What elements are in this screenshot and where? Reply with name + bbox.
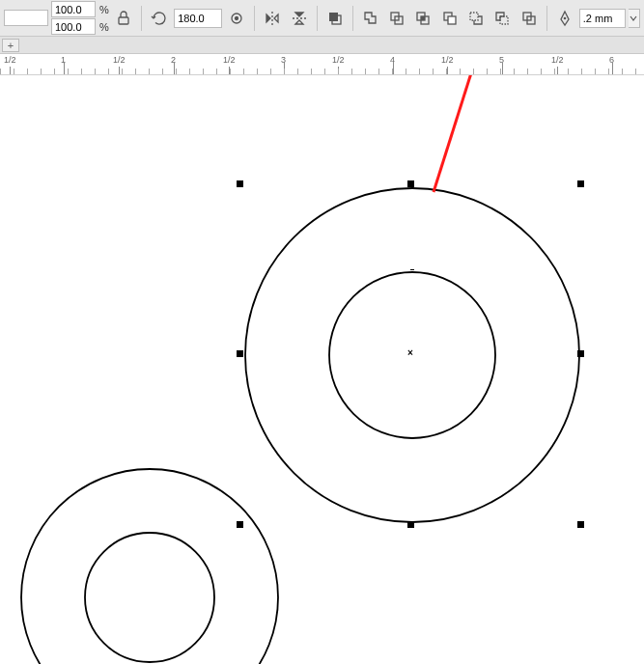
outline-pen-button[interactable] <box>553 5 576 32</box>
front-minus-back-button[interactable] <box>464 5 488 32</box>
selection-handle[interactable] <box>237 521 243 528</box>
selection-handle[interactable] <box>577 350 584 357</box>
selection-handle[interactable] <box>577 521 584 528</box>
intersect-button[interactable] <box>411 5 434 32</box>
mirror-h-icon <box>264 10 281 27</box>
svg-rect-11 <box>448 16 456 24</box>
scale-y-input[interactable] <box>51 18 96 35</box>
divider <box>254 6 255 31</box>
drawing-canvas[interactable]: × <box>0 75 644 664</box>
add-tab-button[interactable]: + <box>2 39 19 52</box>
lock-ratio-button[interactable] <box>112 5 135 32</box>
mirror-horizontal-button[interactable] <box>261 5 284 32</box>
svg-point-19 <box>21 469 278 664</box>
svg-rect-3 <box>329 13 338 21</box>
position-group <box>4 10 48 26</box>
svg-rect-12 <box>470 13 478 20</box>
boundary-button[interactable] <box>517 5 540 32</box>
mirror-vertical-button[interactable] <box>288 5 311 32</box>
scale-y-unit: % <box>98 18 109 35</box>
selection-center[interactable]: × <box>407 347 413 358</box>
svg-rect-0 <box>119 17 128 24</box>
front-minus-back-icon <box>467 10 485 27</box>
canvas-svg <box>0 75 644 664</box>
rotation-center-icon <box>228 10 245 27</box>
lock-icon <box>115 10 132 27</box>
divider <box>546 6 547 31</box>
svg-point-20 <box>85 533 214 662</box>
weld-icon <box>362 10 379 27</box>
outline-width-dropdown[interactable] <box>629 9 640 28</box>
position-x-input[interactable] <box>4 10 48 26</box>
svg-point-16 <box>563 16 566 19</box>
svg-rect-9 <box>421 16 425 20</box>
property-bar: % % <box>0 0 644 37</box>
horizontal-ruler: 1234561/21/21/21/21/21/2 <box>0 54 644 75</box>
back-minus-front-icon <box>493 10 511 27</box>
selection-handle[interactable] <box>577 180 584 187</box>
caret-down-icon <box>630 14 637 22</box>
scale-group: % % <box>51 1 109 35</box>
divider <box>352 6 353 31</box>
intersect-icon <box>414 10 432 27</box>
trim-button[interactable] <box>385 5 408 32</box>
selection-handle[interactable] <box>237 180 243 187</box>
rotation-center-button[interactable] <box>225 5 248 32</box>
svg-rect-13 <box>500 16 508 24</box>
order-button[interactable] <box>323 5 347 32</box>
scale-x-unit: % <box>98 1 109 17</box>
rotation-input[interactable] <box>174 9 222 28</box>
simplify-icon <box>441 10 459 27</box>
selection-handle[interactable] <box>407 180 414 187</box>
trim-icon <box>388 10 406 27</box>
simplify-button[interactable] <box>438 5 462 32</box>
selection-handle[interactable] <box>407 521 414 528</box>
back-minus-front-button[interactable] <box>490 5 514 32</box>
boundary-icon <box>520 10 538 27</box>
selection-handle[interactable] <box>237 350 243 357</box>
weld-button[interactable] <box>359 5 382 32</box>
tab-strip: + <box>0 37 644 54</box>
scale-x-input[interactable] <box>51 1 96 17</box>
rotate-reset-icon <box>151 10 168 27</box>
divider <box>317 6 318 31</box>
mirror-v-icon <box>291 10 308 27</box>
reset-rotation-button[interactable] <box>148 5 171 32</box>
svg-point-2 <box>236 16 238 19</box>
outline-width-input[interactable] <box>579 9 626 28</box>
node-marker <box>410 269 414 273</box>
divider <box>141 6 142 31</box>
pen-nib-icon <box>556 10 574 27</box>
order-icon <box>326 10 344 27</box>
